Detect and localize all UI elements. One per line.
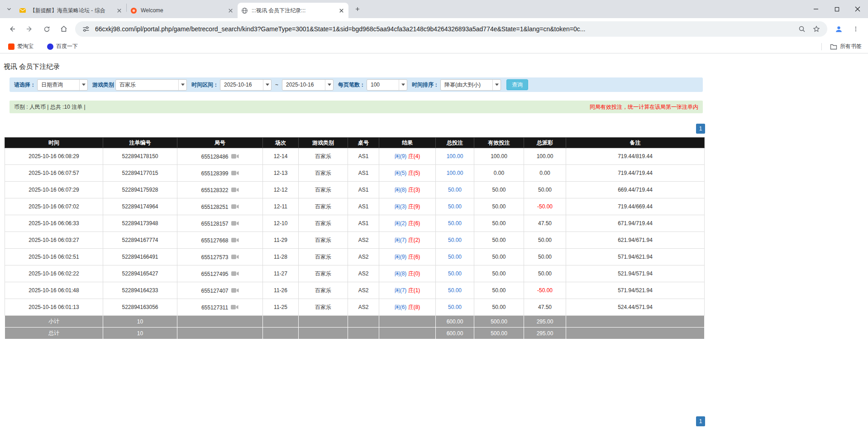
tab-title: Welcome xyxy=(141,7,223,14)
date-to-select[interactable]: 2025-10-16 xyxy=(282,79,334,91)
home-button[interactable] xyxy=(56,21,72,37)
cell-table: AS2 xyxy=(348,232,379,249)
bookmark-star-icon[interactable] xyxy=(811,24,822,34)
tab-close-button[interactable] xyxy=(227,7,234,14)
page-number-button[interactable]: 1 xyxy=(696,124,705,134)
player-result: 闲(2) xyxy=(395,220,407,227)
table-row: 2025-10-16 06:01:13 522894163056 6551273… xyxy=(5,299,705,316)
subtotal-payout: 295.00 xyxy=(524,316,566,328)
refresh-button[interactable] xyxy=(39,21,54,37)
time-sort-select[interactable]: 降幂(由大到小) xyxy=(440,79,501,91)
tab-bet-records[interactable]: :::视讯 会员下注纪录::: xyxy=(238,3,348,18)
search-button[interactable]: 查询 xyxy=(506,79,528,90)
game-type-value: 百家乐 xyxy=(116,81,178,89)
total-bet-link[interactable]: 50.00 xyxy=(448,187,462,193)
video-replay-icon[interactable] xyxy=(231,254,239,260)
tab-close-button[interactable] xyxy=(115,7,123,14)
video-replay-icon[interactable] xyxy=(231,237,239,243)
empty-cell xyxy=(566,328,705,339)
round-number: 655128399 xyxy=(201,170,228,176)
cell-time: 2025-10-16 06:01:48 xyxy=(5,282,103,299)
bookmark-taobao[interactable]: 爱淘宝 xyxy=(6,41,35,52)
cell-time: 2025-10-16 06:02:51 xyxy=(5,249,103,265)
cell-payout: 50.00 xyxy=(524,182,566,198)
cell-time: 2025-10-16 06:02:22 xyxy=(5,265,103,282)
tab-forum[interactable]: 【新提醒】海燕策略论坛 - 综合 xyxy=(15,3,126,18)
bookmark-baidu[interactable]: 百度一下 xyxy=(45,41,80,52)
profile-button[interactable] xyxy=(831,21,846,37)
date-from-select[interactable]: 2025-10-16 xyxy=(220,79,272,91)
banker-result: 庄(9) xyxy=(408,203,420,210)
site-info-icon[interactable] xyxy=(81,24,91,34)
totals-body: 小计 10 600.00 500.00 295.00 总计 10 xyxy=(5,316,705,339)
url-text[interactable]: 66cxkj98.com/ipl/portal.php/game/betreco… xyxy=(95,25,793,33)
cell-remark: 571.94/621.94 xyxy=(566,249,705,265)
cell-payout: 47.50 xyxy=(524,215,566,232)
video-replay-icon[interactable] xyxy=(231,187,239,193)
total-bet-link[interactable]: 100.00 xyxy=(447,170,463,176)
minimize-button[interactable] xyxy=(806,0,826,18)
total-bet-link[interactable]: 50.00 xyxy=(448,270,462,277)
bookmark-label: 爱淘宝 xyxy=(17,43,33,50)
video-replay-icon[interactable] xyxy=(231,154,239,159)
cell-session: 12-14 xyxy=(263,148,299,165)
address-bar[interactable]: 66cxkj98.com/ipl/portal.php/game/betreco… xyxy=(75,21,827,37)
tab-close-button[interactable] xyxy=(338,7,345,14)
cell-payout: 50.00 xyxy=(524,265,566,282)
zoom-icon[interactable] xyxy=(796,24,807,34)
subtotal-count: 10 xyxy=(103,316,177,328)
cell-session: 12-12 xyxy=(263,182,299,198)
all-bookmarks-button[interactable]: 所有书签 xyxy=(821,43,862,50)
empty-cell xyxy=(379,316,436,328)
back-button[interactable] xyxy=(5,21,20,37)
tab-welcome[interactable]: Welcome xyxy=(127,3,238,18)
menu-button[interactable] xyxy=(848,21,863,37)
cell-round: 655127407 xyxy=(177,282,263,299)
header-time: 时间 xyxy=(5,138,103,148)
game-type-select[interactable]: 百家乐 xyxy=(115,79,187,91)
page-number-button[interactable]: 1 xyxy=(696,416,705,426)
subtotal-valid-bet: 500.00 xyxy=(474,316,524,328)
video-replay-icon[interactable] xyxy=(231,221,239,226)
total-bet-link[interactable]: 50.00 xyxy=(448,304,462,310)
video-replay-icon[interactable] xyxy=(231,170,239,176)
cell-round: 655127495 xyxy=(177,265,263,282)
query-type-select[interactable]: 日期查询 xyxy=(37,79,88,91)
video-replay-icon[interactable] xyxy=(231,304,238,310)
tab-search-button[interactable] xyxy=(3,3,15,15)
total-bet-link[interactable]: 100.00 xyxy=(447,153,463,159)
subtotal-row: 小计 10 600.00 500.00 295.00 xyxy=(5,316,705,328)
cell-game-type: 百家乐 xyxy=(299,265,348,282)
empty-cell xyxy=(566,316,705,328)
video-replay-icon[interactable] xyxy=(231,271,239,276)
new-tab-button[interactable] xyxy=(351,3,364,15)
empty-cell xyxy=(177,316,263,328)
cell-session: 11-29 xyxy=(263,232,299,249)
chevron-down-icon xyxy=(178,80,186,90)
cell-game-type: 百家乐 xyxy=(299,165,348,182)
per-page-select[interactable]: 100 xyxy=(367,79,407,91)
maximize-button[interactable] xyxy=(826,0,847,18)
total-bet-link[interactable]: 50.00 xyxy=(448,220,462,227)
total-bet-link[interactable]: 50.00 xyxy=(448,287,462,294)
tab-strip: 【新提醒】海燕策略论坛 - 综合 Welcome :::视讯 会员下注纪录::: xyxy=(0,0,868,18)
cell-round: 655128486 xyxy=(177,148,263,165)
empty-cell xyxy=(348,316,379,328)
total-bet-link[interactable]: 50.00 xyxy=(448,203,462,210)
banker-result: 庄(6) xyxy=(408,220,420,227)
total-bet-link[interactable]: 50.00 xyxy=(448,254,462,260)
chevron-down-icon xyxy=(6,6,12,12)
cell-session: 12-11 xyxy=(263,198,299,215)
chevron-down-icon xyxy=(325,80,333,90)
video-replay-icon[interactable] xyxy=(231,288,239,293)
forward-button[interactable] xyxy=(22,21,37,37)
globe-icon xyxy=(241,7,248,14)
header-session: 场次 xyxy=(263,138,299,148)
cell-session: 11-26 xyxy=(263,282,299,299)
cell-remark: 719.44/719.44 xyxy=(566,165,705,182)
round-number: 655127668 xyxy=(201,237,228,243)
video-replay-icon[interactable] xyxy=(231,204,239,209)
close-window-button[interactable] xyxy=(847,0,868,18)
chevron-down-icon xyxy=(263,80,271,90)
total-bet-link[interactable]: 50.00 xyxy=(448,237,462,243)
